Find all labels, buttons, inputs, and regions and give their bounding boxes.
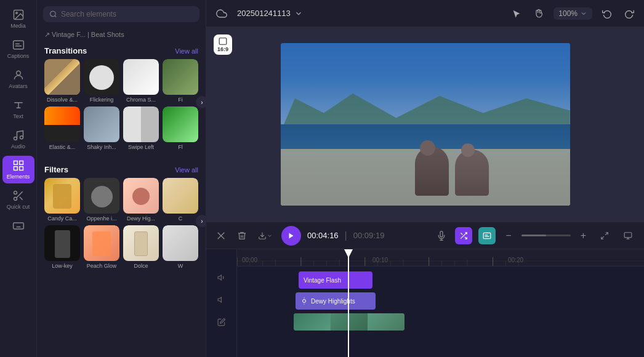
timeline-area: 00:04:16 | 00:09:19 − <box>206 222 644 357</box>
cloud-save-button[interactable] <box>214 6 230 22</box>
transitions-section-header: Transitions View all <box>37 41 206 59</box>
svg-line-35 <box>602 236 604 239</box>
transition-item-elastic[interactable]: Elastic &... <box>44 106 80 150</box>
transitions-next-arrow[interactable]: › <box>196 96 206 108</box>
filters-next-arrow[interactable]: › <box>196 215 206 227</box>
transitions-grid: Dissolve &... Flickering Chroma S... Fi <box>37 59 206 158</box>
auto-caption-button[interactable] <box>478 227 496 244</box>
sidebar-item-quickcut[interactable]: Quick cut <box>2 186 34 214</box>
filter-label-oppenheimer: Oppenhe i... <box>84 215 119 222</box>
playhead-line[interactable] <box>348 249 349 357</box>
split-button[interactable] <box>455 227 472 244</box>
sidebar-label-media: Media <box>10 23 26 29</box>
redo-button[interactable] <box>622 6 637 21</box>
edit-icon <box>217 318 226 326</box>
transition-label-swipe: Swipe Left <box>123 144 159 150</box>
sidebar-label-avatars: Avatars <box>9 83 27 89</box>
hand-tool-button[interactable] <box>531 6 546 21</box>
track-row-3 <box>237 312 644 332</box>
fit-view-button[interactable] <box>596 227 613 244</box>
volume-icon-1 <box>217 273 226 282</box>
transition-item-fl[interactable]: Fl <box>163 106 198 150</box>
transition-item-chroma[interactable]: Chroma S... <box>123 59 159 103</box>
transitions-title: Transitions <box>44 46 87 55</box>
transition-item-dissolve[interactable]: Dissolve &... <box>44 59 80 103</box>
filters-title: Filters <box>44 165 68 174</box>
transitions-view-all[interactable]: View all <box>175 47 198 55</box>
clip-dewy-highlights[interactable]: Dewy Highlights <box>296 292 376 310</box>
transition-label-dissolve: Dissolve &... <box>44 97 80 103</box>
top-toolbar: 202501241113 100% <box>206 0 644 27</box>
undo-button[interactable] <box>600 6 614 21</box>
monitor-button[interactable] <box>619 227 637 244</box>
filter-item-dewy[interactable]: Dewy Hig... <box>123 178 159 222</box>
search-bar[interactable] <box>43 6 199 22</box>
trash-icon <box>237 231 247 241</box>
filter-item-lowkey[interactable]: Low-key <box>44 225 80 269</box>
export-button[interactable] <box>256 229 275 243</box>
filters-section-header: Filters View all <box>37 160 206 178</box>
hand-icon <box>534 9 544 18</box>
transition-label-chroma: Chroma S... <box>123 97 159 103</box>
transition-item-shaky[interactable]: Shaky Inh... <box>84 106 119 150</box>
sidebar-item-keyboard[interactable] <box>2 216 34 236</box>
media-icon <box>12 9 25 21</box>
svg-rect-24 <box>219 38 227 45</box>
volume-icon-2 <box>217 295 226 304</box>
search-input[interactable] <box>61 10 193 18</box>
avatars-icon <box>12 69 25 81</box>
transition-item-flickering[interactable]: Flickering <box>84 59 119 103</box>
svg-marker-28 <box>289 233 294 238</box>
filter-item-peach[interactable]: Peach Glow <box>84 225 119 269</box>
project-name: 202501241113 <box>237 9 291 18</box>
sidebar-item-media[interactable]: Media <box>2 5 34 33</box>
zoom-control[interactable]: 100% <box>553 7 592 20</box>
sidebar-item-elements[interactable]: Elements <box>2 156 34 183</box>
sidebar-item-captions[interactable]: Captions <box>2 35 34 63</box>
zoom-in-button[interactable]: + <box>577 229 590 243</box>
sidebar-label-audio: Audio <box>11 143 25 150</box>
sidebar-item-avatars[interactable]: Avatars <box>2 65 34 93</box>
sidebar-item-audio[interactable]: Audio <box>2 126 34 153</box>
audio-icon <box>12 129 25 142</box>
text-icon <box>12 99 25 111</box>
zoom-out-button[interactable]: − <box>502 229 515 243</box>
monitor-icon <box>624 231 632 240</box>
zoom-level: 100% <box>558 9 578 18</box>
svg-point-22 <box>50 11 56 17</box>
delete-button[interactable] <box>235 228 249 243</box>
project-name-area[interactable]: 202501241113 <box>237 9 303 18</box>
tracks-inner: Vintage Flash Dewy Highlights <box>237 267 644 335</box>
chevron-down-icon <box>294 9 303 18</box>
filter-item-w[interactable]: W <box>163 225 198 269</box>
cursor-tool-button[interactable] <box>509 6 524 21</box>
microphone-button[interactable] <box>434 228 449 243</box>
caption-icon <box>483 231 491 240</box>
filters-view-all[interactable]: View all <box>175 166 198 174</box>
quick-cut-icon <box>12 190 25 202</box>
svg-point-12 <box>14 191 17 195</box>
filter-item-c[interactable]: C <box>163 178 198 222</box>
filter-label-lowkey: Low-key <box>44 263 80 269</box>
transition-item-swipe[interactable]: Swipe Left <box>123 106 159 150</box>
download-icon <box>258 231 267 240</box>
svg-rect-36 <box>624 232 632 237</box>
svg-rect-11 <box>14 167 17 170</box>
filter-item-oppenheimer[interactable]: Oppenhe i... <box>84 178 119 222</box>
ruler-ticks <box>237 249 644 266</box>
sidebar-item-text[interactable]: Text <box>2 95 34 123</box>
clip-video[interactable] <box>294 313 405 331</box>
filter-item-candy[interactable]: Candy Ca... <box>44 178 80 222</box>
mic-icon <box>437 231 446 241</box>
transition-label-fi: Fi <box>163 97 198 103</box>
redo-icon <box>624 9 634 18</box>
clip-vintage-flash[interactable]: Vintage Flash <box>299 271 372 289</box>
aspect-ratio-badge[interactable]: 16:9 <box>214 34 232 55</box>
transition-item-fi[interactable]: Fi <box>163 59 198 103</box>
svg-rect-9 <box>19 161 23 165</box>
play-button[interactable] <box>281 226 301 246</box>
zoom-track <box>521 235 571 236</box>
elements-icon <box>12 159 25 172</box>
filter-item-dolce[interactable]: Dolce <box>123 225 159 269</box>
trim-button[interactable] <box>214 228 228 243</box>
